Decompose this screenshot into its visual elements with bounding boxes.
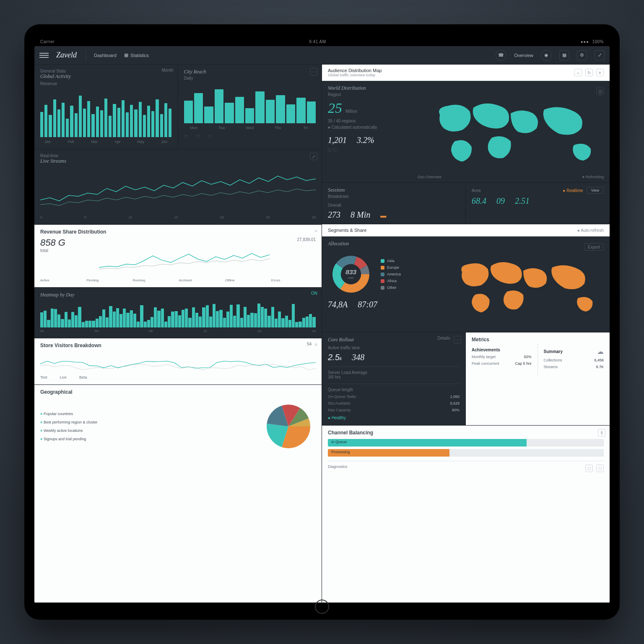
bar-chart-city	[184, 86, 316, 123]
more-icon[interactable]: ≡	[596, 69, 604, 76]
topbar: Zaveld Dashboard ▦Statistics ☎ Overview …	[34, 46, 610, 65]
card-geographical: Geographical ● Popular countries● Best p…	[34, 385, 322, 603]
card-title: Heatmap by Day	[40, 292, 316, 298]
more-icon[interactable]: ⋯	[454, 336, 461, 343]
card-store-visitors: Store Visitors Breakdown 54⌕ TestLiveBet…	[34, 338, 322, 385]
action-icon[interactable]: ⬚	[596, 465, 604, 472]
user-icon[interactable]: ◉	[541, 50, 552, 61]
section-title: Audience Distribution Map	[328, 68, 382, 73]
cloud-icon[interactable]: ☁	[597, 348, 604, 356]
nav-overview[interactable]: Overview	[514, 53, 533, 58]
nav-statistics[interactable]: ▦Statistics	[124, 52, 149, 58]
card-title: Allocation	[328, 241, 437, 247]
card-title: Global Activity	[40, 73, 172, 80]
sb-carrier: Carrier	[40, 39, 55, 44]
overline: General Stats	[40, 69, 172, 73]
card-city-reach: City Reach Daily ⋯ MonTueWedThuFri ⬚ ⬚ ⬚	[178, 65, 322, 149]
more-icon[interactable]: ⋯	[310, 68, 317, 75]
chip[interactable]: ⬚	[208, 134, 212, 138]
section-header-segments: Segments & Share ● Auto-refresh	[322, 224, 610, 236]
line-chart-revenue	[99, 241, 270, 274]
app-logo: Zaveld	[56, 51, 77, 60]
nav-dashboard[interactable]: Dashboard	[94, 53, 117, 58]
sb-time: 9:41 AM	[309, 39, 326, 44]
card-revenue-share: Revenue Share Distribution ⌕ 858 G total	[34, 225, 322, 288]
card-world-distribution: World Distribution Region 25 Million 35 …	[322, 81, 610, 183]
grid-icon[interactable]: ▦	[559, 50, 569, 60]
layers-icon[interactable]: ◫	[596, 88, 604, 95]
svg-text:total: total	[348, 276, 354, 279]
pie-chart	[261, 399, 316, 454]
card-title: City Reach	[184, 69, 316, 75]
card-title: Metrics	[472, 337, 604, 343]
menu-icon[interactable]	[39, 53, 49, 58]
refresh-icon[interactable]: ↻	[585, 69, 593, 76]
card-title: Store Visitors Breakdown	[40, 343, 316, 348]
chip[interactable]: ⬚	[196, 134, 200, 138]
card-title: Live Streams	[40, 158, 316, 164]
phone-icon[interactable]: ☎	[496, 50, 506, 61]
bar-chart-global	[40, 91, 172, 137]
card-allocation: Allocation 833total AsiaEuropeAmericaAfr…	[322, 236, 610, 332]
card-global-activity: General Stats Global Activity Month Reve…	[34, 65, 178, 149]
search-icon[interactable]: ⌕	[315, 342, 317, 346]
card-title: Geographical	[40, 389, 316, 395]
action-icon[interactable]: ⬚	[585, 465, 593, 472]
tablet-statusbar: Carrier 9:41 AM ●●● 100%	[34, 37, 610, 46]
card-heatmap-day: Heatmap by Day ON 000408121620	[34, 288, 322, 338]
card-core-rollout: Core Rollout Details⋯ Active traffic lan…	[322, 332, 466, 426]
chip[interactable]: ⬚	[184, 134, 188, 138]
view-button[interactable]: View	[587, 187, 604, 194]
mini-line-chart	[40, 352, 316, 373]
card-sessions: Sessions Breakdown Overall 273 8 Min ▬	[322, 183, 610, 224]
dense-bar-chart	[40, 302, 316, 327]
settings-icon[interactable]: ⚙	[577, 50, 587, 60]
card-live-streams: Real-time Live Streams ⤢ 051015202530	[34, 149, 322, 225]
world-map-orange: Export	[443, 243, 604, 327]
line-chart-live	[40, 168, 316, 214]
card-title: Sessions	[328, 187, 460, 193]
section-header-audience: Audience Distribution Map Global traffic…	[322, 65, 610, 81]
card-title: Channel Balancing	[328, 430, 604, 436]
expand-icon[interactable]: ⤢	[595, 50, 605, 60]
sb-battery: 100%	[592, 39, 604, 44]
card-title: World Distribution	[328, 85, 412, 91]
svg-text:833: 833	[345, 268, 356, 275]
card-title: Revenue Share Distribution	[40, 229, 316, 235]
wifi-icon: ●●●	[581, 39, 589, 44]
card-metrics: Metrics Achievements Monthly target92%Pe…	[466, 332, 610, 426]
export-button[interactable]: Export	[584, 243, 604, 251]
donut-chart: 833total	[328, 251, 374, 297]
upload-icon[interactable]: ⇪	[598, 429, 605, 436]
search-icon[interactable]: ⌕	[315, 228, 317, 233]
world-map-teal: ◫ Geo Overview ● Refreshing	[418, 88, 604, 180]
card-channel-balancing: Channel Balancing ⇪ In QueueProcessing D…	[322, 426, 610, 603]
search-icon[interactable]: ⌕	[574, 69, 582, 76]
expand-icon[interactable]: ⤢	[310, 153, 317, 160]
